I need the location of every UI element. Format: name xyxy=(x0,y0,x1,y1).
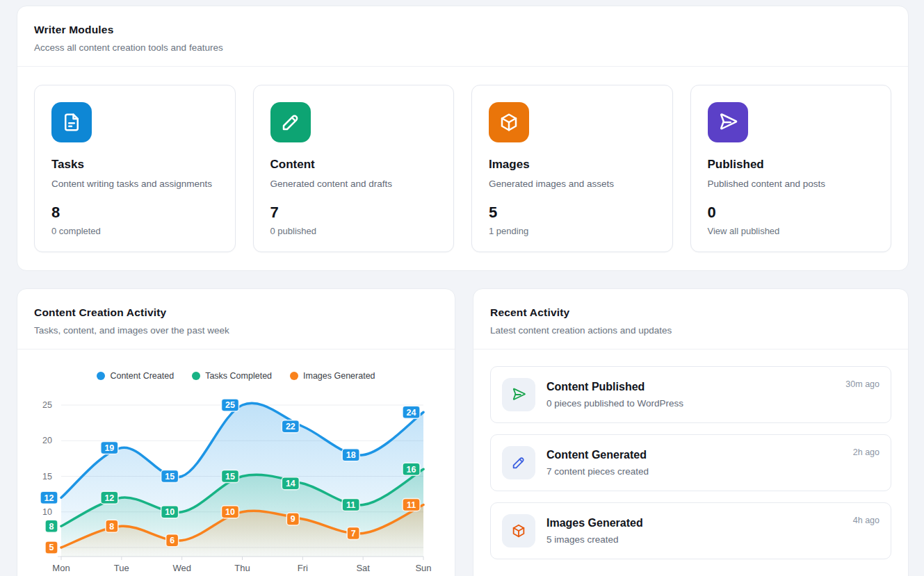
recent-activity-header: Recent Activity Latest content creation … xyxy=(473,289,908,349)
chart-legend: Content Created Tasks Completed Images G… xyxy=(17,371,455,381)
module-card-images[interactable]: Images Generated images and assets 5 1 p… xyxy=(471,85,673,252)
svg-text:15: 15 xyxy=(165,472,175,482)
svg-text:15: 15 xyxy=(42,472,52,482)
svg-text:8: 8 xyxy=(109,522,114,532)
card-description: Content writing tasks and assignments xyxy=(51,179,218,189)
svg-text:Wed: Wed xyxy=(172,563,191,573)
svg-text:Tue: Tue xyxy=(114,563,129,573)
svg-text:18: 18 xyxy=(346,450,356,460)
svg-text:Sun: Sun xyxy=(415,563,431,573)
svg-text:12: 12 xyxy=(104,493,114,503)
module-card-published[interactable]: Published Published content and posts 0 … xyxy=(690,85,892,252)
svg-text:25: 25 xyxy=(225,400,235,410)
module-card-tasks[interactable]: Tasks Content writing tasks and assignme… xyxy=(34,85,236,252)
page-title: Writer Modules xyxy=(34,24,891,36)
pencil-icon xyxy=(502,446,535,479)
recent-activity-panel: Recent Activity Latest content creation … xyxy=(473,288,909,576)
card-title: Tasks xyxy=(51,158,218,172)
activity-description: 5 images created xyxy=(546,534,643,545)
svg-text:24: 24 xyxy=(407,408,416,418)
svg-text:5: 5 xyxy=(49,543,54,552)
svg-text:19: 19 xyxy=(104,443,114,453)
card-description: Generated images and assets xyxy=(489,179,656,189)
activity-body: Content Generated 7 content pieces creat… xyxy=(546,449,649,477)
card-subtext-link[interactable]: View all published xyxy=(708,226,875,236)
cube-icon xyxy=(502,514,535,548)
svg-text:22: 22 xyxy=(286,422,295,431)
svg-text:7: 7 xyxy=(351,529,356,538)
recent-activity-subtitle: Latest content creation actions and upda… xyxy=(490,325,891,336)
chart-panel-header: Content Creation Activity Tasks, content… xyxy=(17,289,455,349)
module-cards-row: Tasks Content writing tasks and assignme… xyxy=(17,67,908,270)
page-subtitle: Access all content creation tools and fe… xyxy=(34,42,891,53)
svg-text:Thu: Thu xyxy=(234,563,250,573)
activity-title: Images Generated xyxy=(546,517,643,529)
card-count: 5 xyxy=(489,204,656,222)
svg-text:15: 15 xyxy=(225,472,235,482)
card-count: 7 xyxy=(270,204,437,222)
legend-dot-icon xyxy=(290,372,298,380)
svg-text:Sat: Sat xyxy=(356,563,370,573)
svg-text:14: 14 xyxy=(286,479,295,488)
card-subtext: 0 completed xyxy=(51,226,218,236)
file-text-icon xyxy=(51,102,92,142)
svg-text:Fri: Fri xyxy=(298,563,308,573)
activity-body: Content Published 0 pieces published to … xyxy=(546,381,683,409)
activity-timestamp: 30m ago xyxy=(845,379,880,389)
activity-list: Content Published 0 pieces published to … xyxy=(473,349,908,576)
svg-text:10: 10 xyxy=(165,507,175,517)
legend-item-tasks-completed[interactable]: Tasks Completed xyxy=(192,371,272,381)
card-count: 0 xyxy=(708,204,875,222)
legend-dot-icon xyxy=(97,372,105,380)
pencil-icon xyxy=(270,102,311,142)
activity-title: Content Generated xyxy=(546,449,649,461)
svg-text:20: 20 xyxy=(42,436,52,445)
activity-timestamp: 2h ago xyxy=(853,447,880,457)
svg-text:6: 6 xyxy=(170,536,175,545)
svg-text:9: 9 xyxy=(291,514,295,524)
cube-icon xyxy=(489,102,529,142)
chart-title: Content Creation Activity xyxy=(34,306,438,319)
card-title: Images xyxy=(489,158,656,172)
card-subtext: 0 published xyxy=(270,226,437,236)
activity-description: 0 pieces published to WordPress xyxy=(546,398,683,409)
card-description: Generated content and drafts xyxy=(270,179,437,189)
legend-label: Images Generated xyxy=(303,371,375,381)
card-count: 8 xyxy=(51,204,218,222)
legend-label: Content Created xyxy=(110,371,174,381)
card-description: Published content and posts xyxy=(708,179,875,189)
legend-label: Tasks Completed xyxy=(205,371,272,381)
activity-body: Images Generated 5 images created xyxy=(546,517,643,545)
card-subtext: 1 pending xyxy=(489,226,656,236)
svg-text:8: 8 xyxy=(49,522,54,532)
card-title: Published xyxy=(708,158,875,172)
svg-text:12: 12 xyxy=(44,493,54,503)
activity-title: Content Published xyxy=(546,381,683,393)
legend-item-content-created[interactable]: Content Created xyxy=(97,371,174,381)
svg-text:16: 16 xyxy=(407,465,416,475)
activity-item-content-published[interactable]: Content Published 0 pieces published to … xyxy=(490,366,891,423)
writer-modules-panel: Writer Modules Access all content creati… xyxy=(17,6,909,271)
activity-line-chart: 510152025MonTueWedThuFriSatSun1219152522… xyxy=(17,393,455,576)
send-icon xyxy=(708,102,748,142)
card-title: Content xyxy=(270,158,437,172)
activity-item-content-generated[interactable]: Content Generated 7 content pieces creat… xyxy=(490,434,891,491)
activity-timestamp: 4h ago xyxy=(853,516,880,525)
activity-item-images-generated[interactable]: Images Generated 5 images created 4h ago xyxy=(490,502,891,559)
recent-activity-title: Recent Activity xyxy=(490,306,891,319)
svg-text:11: 11 xyxy=(346,500,355,510)
module-card-content[interactable]: Content Generated content and drafts 7 0… xyxy=(253,85,455,252)
writer-modules-header: Writer Modules Access all content creati… xyxy=(17,6,908,67)
svg-text:Mon: Mon xyxy=(52,563,70,573)
send-icon xyxy=(502,378,535,411)
legend-dot-icon xyxy=(192,372,200,380)
content-creation-activity-panel: Content Creation Activity Tasks, content… xyxy=(17,288,455,576)
activity-description: 7 content pieces created xyxy=(546,466,649,477)
svg-text:10: 10 xyxy=(42,507,52,517)
legend-item-images-generated[interactable]: Images Generated xyxy=(290,371,375,381)
svg-text:10: 10 xyxy=(225,507,235,517)
chart-subtitle: Tasks, content, and images over the past… xyxy=(34,325,438,336)
svg-text:25: 25 xyxy=(42,400,52,410)
svg-text:11: 11 xyxy=(407,500,416,510)
